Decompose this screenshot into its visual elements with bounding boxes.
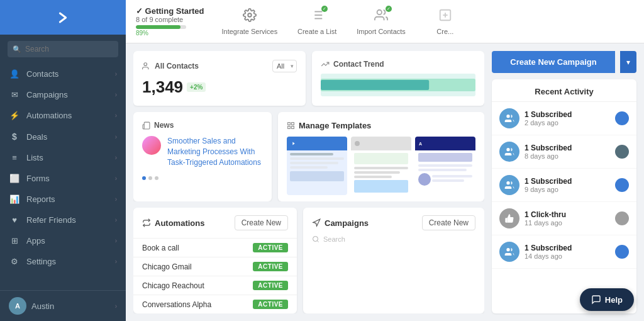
contacts-filter-select[interactable]: All: [272, 60, 297, 72]
sidebar-item-lists[interactable]: ≡ Lists ›: [0, 147, 126, 168]
template-thumb-3[interactable]: A: [415, 137, 475, 195]
sidebar-item-label: Lists: [26, 153, 115, 162]
sidebar-item-label: Apps: [26, 236, 115, 245]
campaigns-title: Campaigns: [312, 218, 369, 228]
getting-started-title: ✓ Getting Started: [136, 6, 204, 16]
automations-icon: ⚡: [9, 111, 20, 120]
sidebar-item-label: Reports: [26, 194, 115, 204]
news-card: News Smoother Sales and Marketing Proces…: [133, 112, 272, 201]
trend-chart: [321, 74, 475, 96]
recent-activity-title: Recent Activity: [492, 79, 636, 102]
automations-header: Automations Create New: [133, 208, 297, 238]
top-bar: ✓ Getting Started 8 of 9 complete 89% In…: [126, 0, 644, 43]
stats-row: All Contacts All 1,349 +2%: [133, 51, 484, 106]
forms-icon: ⬜: [9, 174, 20, 183]
create-campaign-button[interactable]: Create New Campaign: [492, 51, 615, 73]
sidebar-item-label: Campaigns: [26, 90, 115, 99]
user-name: Austin: [31, 301, 115, 311]
gs-step-label: Cre...: [436, 28, 453, 35]
news-dot-1[interactable]: [142, 176, 146, 180]
gs-step-label: Import Contacts: [357, 28, 406, 35]
activity-item-5: 1 Subscribed 14 days ago: [492, 235, 636, 269]
all-contacts-title: All Contacts: [142, 62, 199, 70]
svg-line-19: [317, 240, 318, 242]
sidebar-item-campaigns[interactable]: ✉ Campaigns ›: [0, 84, 126, 105]
templates-title: Manage Templates: [299, 121, 371, 130]
sidebar-item-reports[interactable]: 📊 Reports ›: [0, 189, 126, 210]
activity-content-3: 1 Subscribed 9 days ago: [525, 177, 610, 193]
automation-row: Chicago Gmail ACTIVE: [133, 257, 297, 276]
right-top-bar: Create New Campaign ▾: [492, 51, 636, 73]
automation-status-badge: ACTIVE: [253, 300, 288, 309]
lists-icon: ≡: [9, 153, 20, 162]
logo-icon: [54, 9, 72, 26]
svg-point-20: [506, 115, 509, 118]
search-icon: 🔍: [13, 45, 21, 54]
activity-action: 1 Subscribed: [525, 244, 610, 252]
sidebar-item-deals[interactable]: $ Deals ›: [0, 126, 126, 147]
gs-step-integrate[interactable]: Integrate Services: [222, 8, 278, 35]
news-article-link[interactable]: Smoother Sales and Marketing Processes W…: [167, 136, 263, 167]
import-contacts-icon: ✓: [374, 8, 388, 25]
news-avatar: [142, 136, 161, 155]
svg-rect-14: [288, 123, 291, 125]
progress-bar: [136, 25, 186, 29]
news-dot-2[interactable]: [148, 176, 152, 180]
template-thumb-2[interactable]: [351, 137, 411, 195]
step-check-badge: ✓: [386, 6, 392, 12]
right-column: Create New Campaign ▾ Recent Activity 1 …: [492, 51, 636, 313]
sidebar-item-settings[interactable]: ⚙ Settings ›: [0, 251, 126, 272]
activity-content-1: 1 Subscribed 2 days ago: [525, 110, 610, 127]
contacts-icon: 👤: [9, 69, 20, 79]
gear-icon: ⚙: [9, 257, 20, 266]
news-dot-3[interactable]: [155, 176, 158, 180]
sidebar-item-contacts[interactable]: 👤 Contacts ›: [0, 64, 126, 84]
stat-card-header: All Contacts All: [142, 60, 297, 72]
chevron-right-icon: ›: [115, 112, 117, 119]
sidebar-item-label: Automations: [26, 111, 115, 120]
gear-icon: [243, 8, 257, 25]
chevron-right-icon: ›: [115, 70, 117, 77]
news-header: News: [142, 121, 263, 130]
gs-step-create-list[interactable]: ✓ Create a List: [295, 8, 339, 35]
svg-point-18: [313, 237, 318, 242]
contacts-badge: +2%: [187, 82, 206, 92]
template-logo-icon: [291, 140, 297, 147]
activity-action: 1 Subscribed: [525, 177, 610, 186]
activity-time: 11 days ago: [525, 219, 610, 227]
automations-create-new-button[interactable]: Create New: [235, 215, 288, 230]
sidebar-item-forms[interactable]: ⬜ Forms ›: [0, 168, 126, 189]
help-button[interactable]: Help: [580, 288, 634, 311]
sidebar-item-automations[interactable]: ⚡ Automations ›: [0, 105, 126, 126]
sidebar-item-apps[interactable]: ⊞ Apps ›: [0, 230, 126, 251]
template-thumb-1[interactable]: [287, 137, 347, 195]
chevron-right-icon: ›: [115, 258, 117, 265]
activity-content-4: 1 Click-thru 11 days ago: [525, 210, 610, 227]
activity-icon-3: [499, 175, 519, 195]
automation-row: Book a call ACTIVE: [133, 238, 297, 257]
sidebar-footer[interactable]: A Austin ›: [0, 290, 126, 321]
getting-started-section: ✓ Getting Started 8 of 9 complete 89% In…: [136, 6, 634, 37]
contacts-count: 1,349 +2%: [142, 77, 297, 97]
automations-icon: [142, 218, 151, 227]
getting-started-complete: 8 of 9 complete: [136, 16, 204, 23]
megaphone-icon: [312, 218, 321, 227]
svg-rect-13: [321, 80, 429, 90]
sidebar-item-refer-friends[interactable]: ♥ Refer Friends ›: [0, 210, 126, 230]
automations-title: Automations: [142, 218, 204, 228]
gs-step-import-contacts[interactable]: ✓ Import Contacts: [357, 8, 406, 35]
automation-name: Chicago Reachout: [142, 281, 204, 290]
gs-step-create[interactable]: Cre...: [423, 8, 467, 35]
activity-content-5: 1 Subscribed 14 days ago: [525, 244, 610, 260]
automation-name: Book a call: [142, 244, 179, 252]
campaigns-create-new-button[interactable]: Create New: [422, 215, 475, 230]
automation-name: Conversations Alpha: [142, 300, 211, 309]
activity-user-avatar-2: [615, 145, 629, 159]
search-input[interactable]: [8, 41, 118, 57]
sidebar-search-container: 🔍: [0, 35, 126, 64]
sidebar-logo[interactable]: [0, 0, 126, 35]
sidebar-nav: 👤 Contacts › ✉ Campaigns › ⚡ Automations…: [0, 64, 126, 290]
create-campaign-dropdown-button[interactable]: ▾: [620, 51, 636, 73]
recent-activity-panel: Recent Activity 1 Subscribed 2 days ago: [492, 79, 636, 313]
left-column: All Contacts All 1,349 +2%: [133, 51, 484, 313]
